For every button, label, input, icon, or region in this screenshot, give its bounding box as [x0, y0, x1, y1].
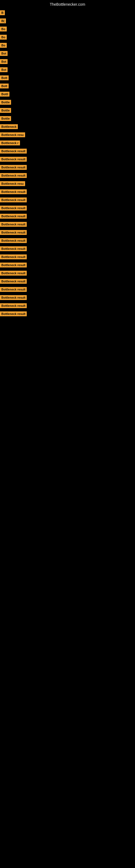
- list-item: Bo: [0, 41, 135, 50]
- bottleneck-label: Bottleneck resu: [0, 181, 25, 186]
- bottleneck-label: Bottleneck result: [0, 246, 27, 251]
- bottleneck-label: Bottleneck result: [0, 157, 27, 162]
- bottleneck-label: Bottleneck result: [0, 206, 27, 211]
- list-item: Bottleneck resu: [0, 180, 135, 188]
- list-item: Bottleneck result: [0, 310, 135, 318]
- bottleneck-label: Bo: [0, 35, 7, 40]
- list-item: Bottleneck r: [0, 139, 135, 147]
- bottleneck-label: Bottleneck result: [0, 149, 27, 154]
- list-item: Bottleneck result: [0, 155, 135, 163]
- list-item: Bottle: [0, 98, 135, 106]
- list-item: Bottleneck result: [0, 172, 135, 180]
- list-item: Bottle: [0, 106, 135, 115]
- bottleneck-label: Bot: [0, 59, 8, 64]
- list-item: Bottleneck result: [0, 293, 135, 302]
- bottleneck-label: Bott: [0, 75, 9, 80]
- bottleneck-label: B: [0, 10, 5, 15]
- list-item: Bottleneck result: [0, 245, 135, 253]
- bottleneck-label: Bottleneck result: [0, 295, 27, 300]
- bottleneck-label: Bottleneck result: [0, 197, 27, 203]
- bottleneck-label: Bottleneck result: [0, 165, 27, 170]
- bottleneck-label: Bottle: [0, 100, 11, 105]
- bottleneck-label: Bottleneck result: [0, 238, 27, 243]
- list-item: Bottle: [0, 115, 135, 123]
- list-item: Bottleneck result: [0, 269, 135, 277]
- bottleneck-label: Bottleneck: [0, 124, 18, 129]
- list-item: Bottleneck result: [0, 285, 135, 293]
- list-item: Bottleneck result: [0, 147, 135, 155]
- bottleneck-label: Bottleneck result: [0, 230, 27, 235]
- bottleneck-label: Bottl: [0, 92, 9, 97]
- list-item: Bottleneck result: [0, 237, 135, 245]
- bottleneck-label: Bot: [0, 67, 8, 72]
- bottleneck-label: Bott: [0, 84, 9, 88]
- bottleneck-label: Bo: [0, 43, 7, 48]
- bottleneck-label: Bottleneck resu: [0, 132, 25, 137]
- bottleneck-label: Bottleneck result: [0, 189, 27, 194]
- list-item: Bottleneck result: [0, 277, 135, 285]
- site-title: TheBottlenecker.com: [0, 0, 135, 9]
- list-item: Bott: [0, 74, 135, 82]
- bottleneck-label: Bottleneck result: [0, 214, 27, 219]
- bottleneck-label: Bottleneck result: [0, 279, 27, 284]
- list-item: Bottleneck result: [0, 196, 135, 204]
- list-item: Bottleneck result: [0, 204, 135, 212]
- bottleneck-label: Bottleneck result: [0, 303, 27, 308]
- bottleneck-label: Bottleneck result: [0, 254, 27, 259]
- list-item: Bottl: [0, 90, 135, 98]
- items-list: BB(BoBoBoBotBotBotBottBottBottlBottleBot…: [0, 9, 135, 318]
- bottleneck-label: Bottleneck result: [0, 173, 27, 178]
- list-item: Bottleneck result: [0, 253, 135, 261]
- list-item: Bo: [0, 25, 135, 33]
- bottleneck-label: Bottle: [0, 116, 11, 121]
- bottleneck-label: Bottleneck r: [0, 141, 20, 145]
- bottleneck-label: Bottleneck result: [0, 311, 27, 316]
- list-item: Bot: [0, 58, 135, 66]
- list-item: Bottleneck result: [0, 261, 135, 269]
- list-item: Bo: [0, 33, 135, 41]
- bottleneck-label: Bottleneck result: [0, 271, 27, 276]
- list-item: Bottleneck result: [0, 188, 135, 196]
- bottleneck-label: Bot: [0, 51, 8, 56]
- list-item: B(: [0, 17, 135, 25]
- list-item: Bottleneck result: [0, 163, 135, 172]
- bottleneck-label: Bottleneck result: [0, 222, 27, 227]
- list-item: Bot: [0, 66, 135, 74]
- bottleneck-label: Bottle: [0, 108, 11, 113]
- list-item: Bottleneck result: [0, 302, 135, 310]
- list-item: Bot: [0, 50, 135, 58]
- list-item: Bottleneck result: [0, 220, 135, 228]
- bottleneck-label: Bottleneck result: [0, 262, 27, 268]
- bottleneck-label: Bo: [0, 27, 7, 31]
- list-item: B: [0, 9, 135, 17]
- bottleneck-label: Bottleneck result: [0, 287, 27, 292]
- list-item: Bottleneck: [0, 123, 135, 131]
- list-item: Bottleneck resu: [0, 131, 135, 139]
- bottleneck-label: B(: [0, 19, 6, 23]
- list-item: Bottleneck result: [0, 212, 135, 220]
- list-item: Bottleneck result: [0, 228, 135, 237]
- list-item: Bott: [0, 82, 135, 90]
